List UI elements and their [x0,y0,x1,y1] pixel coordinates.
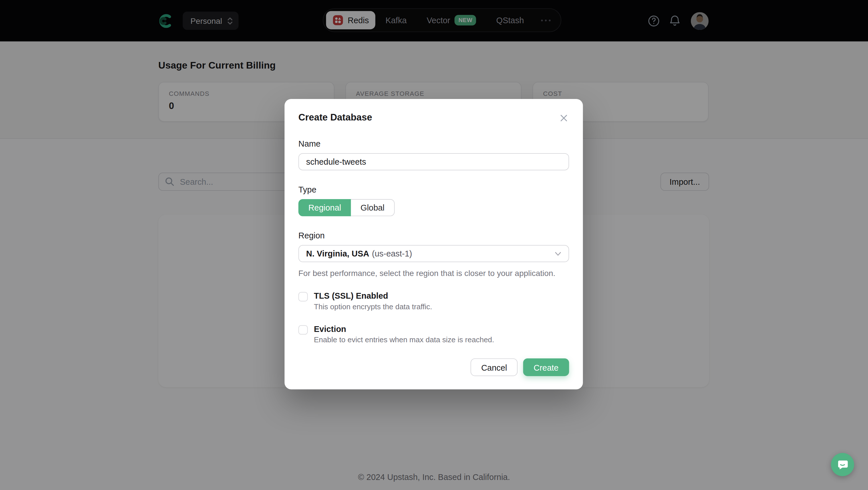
tls-checkbox[interactable] [298,292,308,301]
chevron-down-icon [555,251,561,256]
eviction-texts: Eviction Enable to evict entries when ma… [314,324,494,344]
modal-header: Create Database [298,112,569,123]
eviction-description: Enable to evict entries when max data si… [314,336,494,344]
eviction-checkbox[interactable] [298,325,308,335]
region-label: Region [298,231,569,240]
name-label: Name [298,139,569,148]
chat-bubble-icon [836,458,848,470]
create-database-modal: Create Database Name Type Regional Globa… [284,99,583,389]
tls-texts: TLS (SSL) Enabled This option encrypts t… [314,291,432,311]
close-icon [560,113,568,122]
close-button[interactable] [559,112,569,123]
region-select[interactable]: N. Virginia, USA (us-east-1) [298,245,569,262]
eviction-option-row: Eviction Enable to evict entries when ma… [298,324,569,344]
region-code: (us-east-1) [372,249,412,258]
type-option-regional[interactable]: Regional [298,199,351,216]
database-name-input[interactable] [298,153,569,170]
region-help-text: For best performance, select the region … [298,269,569,278]
type-segmented-control: Regional Global [298,199,394,216]
cancel-button[interactable]: Cancel [471,358,518,376]
type-label: Type [298,185,569,194]
tls-option-row: TLS (SSL) Enabled This option encrypts t… [298,291,569,311]
modal-actions: Cancel Create [298,358,569,376]
eviction-label: Eviction [314,324,494,334]
chat-launcher-button[interactable] [831,453,854,476]
modal-title: Create Database [298,112,372,123]
create-button[interactable]: Create [523,358,569,376]
tls-description: This option encrypts the data traffic. [314,302,432,311]
tls-label: TLS (SSL) Enabled [314,291,432,300]
app-root: Personal [0,0,868,490]
region-value: N. Virginia, USA [306,249,369,258]
type-option-global[interactable]: Global [351,199,394,216]
